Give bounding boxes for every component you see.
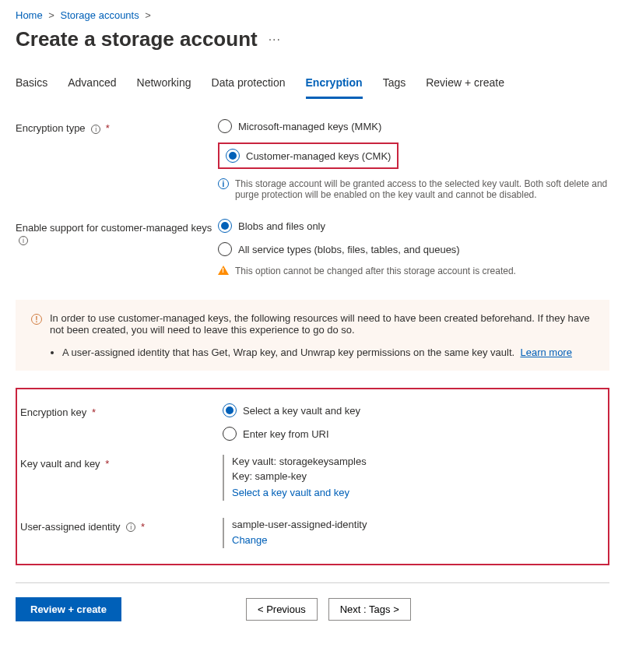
required-indicator: *	[105, 458, 109, 470]
radio-all-label: All service types (blobs, files, tables,…	[238, 244, 460, 255]
radio-uri-label: Enter key from URI	[243, 428, 329, 440]
radio-mmk[interactable]: Microsoft-managed keys (MMK)	[218, 119, 609, 133]
required-indicator: *	[141, 521, 145, 533]
info-icon[interactable]: i	[126, 522, 135, 532]
tab-basics[interactable]: Basics	[16, 72, 47, 99]
radio-select-key-vault[interactable]: Select a key vault and key	[223, 403, 597, 417]
prerequisite-panel: ! In order to use customer-managed keys,…	[16, 300, 609, 371]
warning-icon: !	[31, 314, 42, 325]
info-icon: i	[218, 178, 229, 189]
next-button[interactable]: Next : Tags >	[328, 598, 411, 621]
required-indicator: *	[92, 406, 96, 418]
tab-encryption[interactable]: Encryption	[306, 72, 363, 99]
tabs: Basics Advanced Networking Data protecti…	[16, 72, 609, 99]
page-title: Create a storage account	[16, 27, 258, 51]
radio-enter-uri[interactable]: Enter key from URI	[223, 427, 597, 441]
chevron-right-icon: >	[48, 9, 54, 21]
radio-mmk-label: Microsoft-managed keys (MMK)	[238, 121, 381, 132]
previous-button[interactable]: < Previous	[246, 598, 318, 621]
highlight-cmk: Customer-managed keys (CMK)	[218, 142, 399, 169]
key-vault-label: Key vault and key	[20, 458, 100, 470]
encryption-type-label: Encryption type	[16, 122, 86, 134]
user-identity-value: sample-user-assigned-identity	[232, 518, 597, 533]
prerequisite-bullet: A user-assigned identity that has Get, W…	[62, 347, 514, 358]
change-identity-link[interactable]: Change	[232, 533, 597, 548]
radio-cmk-label: Customer-managed keys (CMK)	[246, 150, 391, 162]
radio-cmk[interactable]: Customer-managed keys (CMK)	[226, 149, 391, 163]
tab-review-create[interactable]: Review + create	[426, 72, 504, 99]
chevron-right-icon: >	[145, 9, 151, 21]
required-indicator: *	[106, 122, 110, 134]
breadcrumb-home[interactable]: Home	[16, 9, 43, 21]
review-create-button[interactable]: Review + create	[16, 597, 121, 621]
tab-advanced[interactable]: Advanced	[68, 72, 116, 99]
radio-blobs-files[interactable]: Blobs and files only	[218, 219, 609, 233]
support-warning: This option cannot be changed after this…	[235, 266, 516, 276]
more-actions-icon[interactable]: ···	[269, 33, 281, 47]
warning-icon	[218, 266, 229, 275]
radio-select-label: Select a key vault and key	[243, 405, 360, 417]
learn-more-link[interactable]: Learn more	[520, 347, 571, 358]
tab-tags[interactable]: Tags	[383, 72, 406, 99]
key-value: Key: sample-key	[232, 470, 597, 484]
radio-icon	[223, 427, 237, 441]
divider	[16, 582, 609, 583]
radio-icon	[223, 403, 237, 417]
key-vault-value: Key vault: storagekeysamples	[232, 455, 597, 470]
radio-icon	[226, 149, 240, 163]
highlight-encryption-key-section: Encryption key * Select a key vault and …	[16, 388, 609, 565]
info-icon[interactable]: i	[19, 236, 28, 245]
tab-data-protection[interactable]: Data protection	[212, 72, 286, 99]
encryption-key-label: Encryption key	[20, 406, 86, 418]
radio-blobs-label: Blobs and files only	[238, 220, 325, 232]
prerequisite-msg: In order to use customer-managed keys, t…	[50, 312, 594, 336]
info-icon[interactable]: i	[91, 125, 100, 134]
radio-icon	[218, 119, 232, 133]
radio-icon	[218, 219, 232, 233]
encryption-type-info: This storage account will be granted acc…	[235, 178, 609, 200]
breadcrumb-storage-accounts[interactable]: Storage accounts	[61, 9, 139, 21]
tab-networking[interactable]: Networking	[137, 72, 191, 99]
select-key-vault-link[interactable]: Select a key vault and key	[232, 486, 597, 501]
radio-icon	[218, 242, 232, 256]
breadcrumb: Home > Storage accounts >	[16, 9, 609, 21]
user-identity-label: User-assigned identity	[20, 521, 121, 533]
radio-all-services[interactable]: All service types (blobs, files, tables,…	[218, 242, 609, 256]
support-cmk-label: Enable support for customer-managed keys	[16, 222, 212, 234]
